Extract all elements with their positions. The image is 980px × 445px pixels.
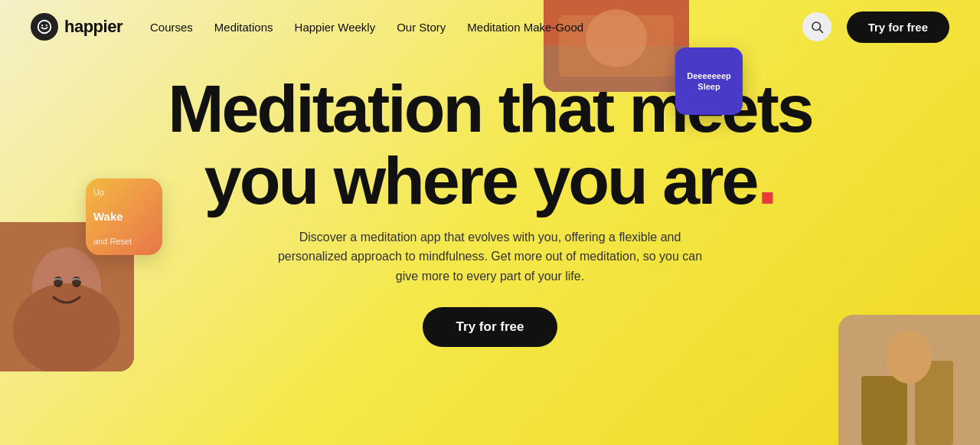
nav-link-courses[interactable]: Courses — [150, 21, 193, 34]
try-free-nav-button[interactable]: Try for free — [847, 11, 949, 43]
person-right-image — [838, 315, 980, 445]
wake-card-up-label: Up — [93, 188, 104, 197]
svg-point-2 — [46, 25, 47, 26]
logo-link[interactable]: happier — [31, 13, 122, 41]
svg-point-7 — [13, 283, 120, 371]
svg-point-1 — [41, 25, 43, 26]
deep-sleep-card: Deeeeeeep Sleep — [675, 47, 743, 115]
search-button[interactable] — [802, 12, 831, 41]
nav-links: Courses Meditations Happier Weekly Our S… — [150, 21, 583, 34]
nav-link-meditation-make-good[interactable]: Meditation Make-Good — [467, 21, 583, 34]
deep-sleep-label: Deeeeeeep Sleep — [675, 70, 743, 93]
hero-subtext: Discover a meditation app that evolves w… — [276, 227, 704, 286]
logo-svg — [36, 18, 53, 35]
svg-point-0 — [38, 21, 51, 34]
wake-reset-card: Up Wake and Reset — [86, 178, 162, 255]
navbar: happier Courses Meditations Happier Week… — [0, 0, 980, 54]
nav-link-meditations[interactable]: Meditations — [214, 21, 273, 34]
try-free-hero-button[interactable]: Try for free — [423, 307, 558, 347]
person-right-svg — [838, 315, 980, 445]
nav-left: happier Courses Meditations Happier Week… — [31, 13, 583, 41]
wake-card-title: Wake — [93, 210, 123, 224]
svg-line-4 — [819, 29, 822, 32]
logo-text: happier — [64, 17, 122, 37]
search-icon — [810, 20, 824, 34]
nav-link-our-story[interactable]: Our Story — [397, 21, 446, 34]
wake-card-subtitle: and Reset — [93, 237, 132, 246]
logo-icon — [31, 13, 58, 41]
hero-line2: you where you are — [204, 142, 757, 218]
nav-link-happier-weekly[interactable]: Happier Weekly — [295, 21, 376, 34]
svg-point-13 — [886, 330, 932, 384]
svg-rect-11 — [861, 376, 907, 445]
nav-right: Try for free — [802, 11, 949, 43]
hero-dot: . — [756, 134, 776, 220]
